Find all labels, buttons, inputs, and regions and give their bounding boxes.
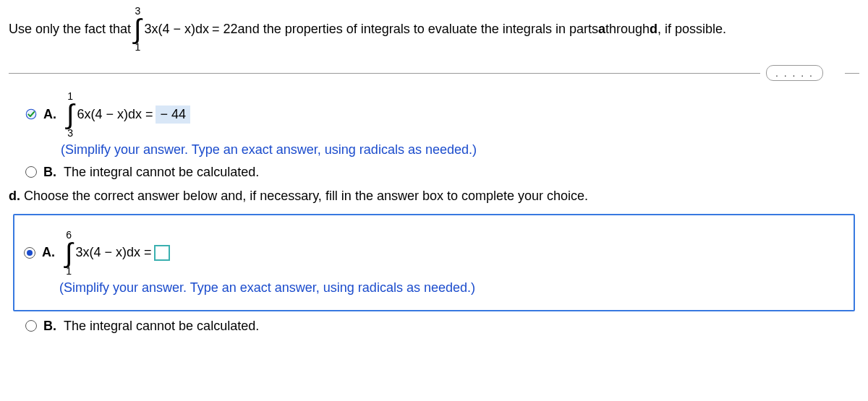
intro-text: Use only the fact that 3 ∫ 1 3x(4 − x)dx… (9, 6, 859, 52)
part-d-prompt: d. Choose the correct answer below and, … (9, 189, 859, 204)
option-letter: A. (43, 107, 56, 122)
svg-point-0 (26, 110, 36, 120)
part-d-b-text: The integral cannot be calculated. (64, 319, 259, 334)
radio-unchecked-icon (25, 320, 37, 332)
part-d-option-b[interactable]: B. The integral cannot be calculated. (22, 319, 859, 334)
correct-check-icon (25, 108, 38, 121)
part-d-a-integral: 6 ∫ 1 3x(4 − x)dx = (62, 230, 151, 276)
part-c-a-instruction: (Simplify your answer. Type an exact ans… (61, 142, 859, 158)
part-d-option-a[interactable]: A. 6 ∫ 1 3x(4 − x)dx = (20, 230, 848, 276)
expand-button[interactable]: . . . . . (766, 65, 823, 81)
intro-prefix: Use only the fact that (9, 22, 131, 37)
part-c-b-text: The integral cannot be calculated. (64, 165, 259, 180)
part-c-a-integral: 1 ∫ 3 6x(4 − x)dx = (64, 91, 153, 137)
radio-unchecked-icon (25, 166, 37, 178)
option-letter: A. (42, 245, 55, 260)
part-d-option-a-container: A. 6 ∫ 1 3x(4 − x)dx = (Simplify your an… (13, 214, 855, 311)
intro-integral: 3 ∫ 1 3x(4 − x)dx = 22 (131, 6, 238, 52)
part-d-a-answer-input[interactable] (154, 245, 170, 261)
part-c-option-b[interactable]: B. The integral cannot be calculated. (22, 165, 859, 180)
part-c-a-answer-input[interactable]: − 44 (156, 105, 190, 124)
option-letter: B. (43, 165, 56, 180)
divider: . . . . . (9, 65, 859, 81)
part-d-a-instruction: (Simplify your answer. Type an exact ans… (59, 280, 848, 296)
part-c-option-a[interactable]: A. 1 ∫ 3 6x(4 − x)dx = − 44 (22, 91, 859, 137)
radio-checked-icon (24, 247, 35, 259)
option-letter: B. (43, 319, 56, 334)
